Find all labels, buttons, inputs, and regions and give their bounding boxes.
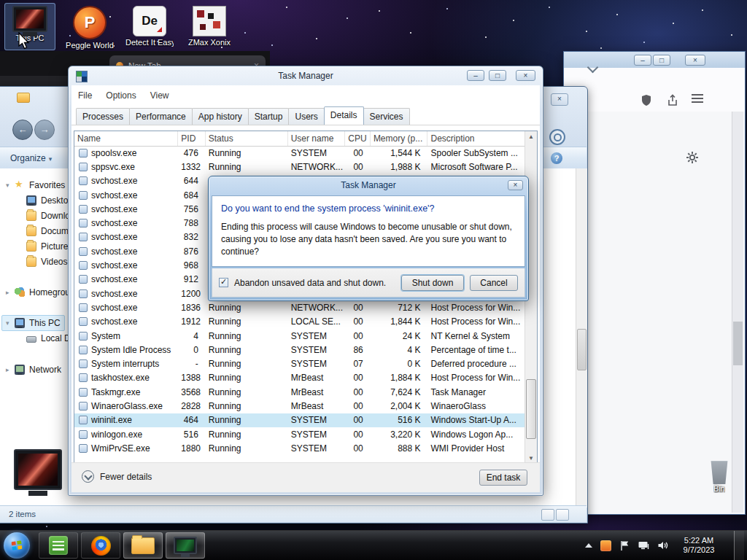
menu-options[interactable]: Options: [106, 90, 136, 101]
tab-services[interactable]: Services: [363, 108, 410, 125]
desktop-icon-this-pc[interactable]: This PC: [4, 3, 55, 50]
column-header[interactable]: Memory (p...: [371, 131, 428, 146]
tab-startup[interactable]: Startup: [248, 108, 290, 125]
process-row[interactable]: WmiPrvSE.exe1880RunningSYSTEM00888 KWMI …: [74, 441, 525, 455]
column-header[interactable]: Description: [427, 131, 525, 146]
close-button[interactable]: [551, 93, 568, 106]
close-button[interactable]: [516, 70, 535, 81]
column-header[interactable]: PID: [178, 131, 205, 146]
show-desktop-button[interactable]: [734, 531, 744, 560]
desktop-icon-peggle-world[interactable]: PPeggle World: [64, 3, 115, 50]
process-icon: [79, 359, 88, 368]
process-row[interactable]: winlogon.exe516RunningSYSTEM003,220 KWin…: [74, 427, 525, 441]
dialog-titlebar[interactable]: Task Manager: [209, 176, 528, 194]
expander-icon[interactable]: ▸: [6, 289, 13, 296]
taskbar-clock[interactable]: 5:22 AM 9/7/2023: [676, 536, 721, 555]
scrollbar[interactable]: [732, 112, 743, 513]
process-row[interactable]: sppsvc.exe1332RunningNETWORK...001,988 K…: [74, 160, 525, 174]
menu-view[interactable]: View: [150, 90, 169, 101]
scroll-up-icon[interactable]: [525, 131, 537, 142]
maximize-button[interactable]: [489, 70, 506, 81]
back-button[interactable]: [12, 120, 33, 140]
action-center-flag-icon[interactable]: [619, 540, 630, 551]
minimize-button[interactable]: [634, 55, 651, 66]
menu-file[interactable]: File: [78, 90, 92, 101]
process-row[interactable]: svchost.exe1836RunningNETWORK...00712 KH…: [74, 300, 525, 314]
sidebar-item-this-pc[interactable]: ▾This PC: [1, 315, 65, 331]
process-icon: [79, 430, 88, 439]
process-icon: [79, 176, 88, 185]
process-row[interactable]: taskhostex.exe1388RunningMrBeast001,884 …: [74, 371, 525, 385]
process-row[interactable]: wininit.exe464RunningSYSTEM00516 KWindow…: [74, 413, 525, 427]
process-cell: svchost.exe: [74, 303, 178, 313]
tab-performance[interactable]: Performance: [129, 108, 193, 125]
security-tray-icon[interactable]: [600, 540, 611, 551]
process-row[interactable]: WinaeroGlass.exe2828RunningMrBeast002,00…: [74, 399, 525, 413]
tab-details[interactable]: Details: [324, 106, 364, 125]
process-row[interactable]: spoolsv.exe476RunningSYSTEM001,544 KSpoo…: [74, 146, 525, 160]
process-icon: [79, 289, 88, 298]
file-explorer-icon: [131, 537, 155, 554]
process-row[interactable]: System Idle Process0RunningSYSTEM864 KPe…: [74, 343, 525, 357]
file-item-icon[interactable]: [14, 449, 62, 490]
desktop-icon-zmax-xonix[interactable]: ZMax Xonix: [184, 3, 235, 50]
sidebar-item-videos[interactable]: Videos: [13, 254, 71, 270]
sidebar-item-network[interactable]: ▸Network: [1, 362, 66, 378]
recycle-bin-icon-item[interactable]: Bin: [697, 461, 741, 509]
column-header[interactable]: Name: [74, 131, 178, 146]
close-button[interactable]: [685, 55, 705, 66]
volume-icon[interactable]: [657, 540, 668, 551]
titlebar[interactable]: Task Manager: [69, 66, 543, 85]
abandon-data-checkbox[interactable]: [219, 278, 228, 287]
desktop-icon-detect-it-easy[interactable]: DeDetect It Easy: [124, 3, 175, 50]
scrollbar-thumb[interactable]: [733, 322, 743, 365]
taskbar-button-firefox[interactable]: [81, 532, 120, 559]
process-row[interactable]: System4RunningSYSTEM0024 KNT Kernel & Sy…: [74, 329, 525, 343]
process-cell: Running: [206, 162, 288, 172]
fewer-details-button[interactable]: Fewer details: [82, 470, 152, 483]
column-header[interactable]: CPU: [345, 131, 371, 146]
expander-icon[interactable]: ▸: [6, 366, 13, 373]
tab-users[interactable]: Users: [288, 108, 324, 125]
organize-button[interactable]: Organize: [10, 153, 52, 163]
taskbar-button-task-manager[interactable]: [166, 532, 205, 559]
show-hidden-icons-icon[interactable]: [585, 543, 592, 548]
close-button[interactable]: [508, 180, 523, 190]
scrollbar-thumb[interactable]: [526, 379, 536, 439]
column-header[interactable]: User name: [288, 131, 346, 146]
process-cell: 876: [178, 246, 206, 257]
tab-app-history[interactable]: App history: [192, 108, 249, 125]
cancel-button[interactable]: Cancel: [470, 275, 518, 291]
scrollbar-thumb[interactable]: [577, 329, 587, 370]
network-icon[interactable]: [638, 540, 649, 551]
end-task-button[interactable]: End task: [479, 470, 527, 486]
process-row[interactable]: System interrupts-RunningSYSTEM070 KDefe…: [74, 357, 525, 370]
help-icon[interactable]: [551, 152, 562, 164]
menu-icon[interactable]: [692, 94, 703, 103]
column-header[interactable]: Status: [206, 131, 288, 146]
process-cell: 756: [178, 204, 206, 214]
start-button[interactable]: [4, 532, 30, 559]
search-icon[interactable]: [549, 129, 565, 145]
taskbar-button-file-explorer[interactable]: [123, 532, 163, 559]
scrollbar[interactable]: [576, 168, 587, 508]
taskbar-button-notes-app[interactable]: [39, 532, 78, 559]
process-name: svchost.exe: [91, 204, 137, 214]
tab-processes[interactable]: Processes: [76, 108, 130, 125]
dialog-title: Task Manager: [341, 180, 395, 190]
forward-button[interactable]: [34, 120, 55, 140]
minimize-button[interactable]: [467, 70, 484, 81]
view-toggle-buttons[interactable]: [541, 509, 569, 521]
process-row[interactable]: Taskmgr.exe3568RunningMrBeast007,624 KTa…: [74, 385, 525, 399]
share-icon[interactable]: [667, 94, 678, 106]
shield-icon[interactable]: [640, 94, 652, 106]
expander-icon[interactable]: ▾: [6, 182, 13, 189]
sidebar-item-favorites[interactable]: ▾Favorites: [1, 177, 69, 193]
process-row[interactable]: svchost.exe1912RunningLOCAL SE...001,844…: [74, 315, 525, 329]
shut-down-button[interactable]: Shut down: [401, 275, 464, 291]
process-cell: SYSTEM: [288, 443, 346, 454]
maximize-button[interactable]: [653, 55, 670, 66]
process-icon: [79, 261, 88, 270]
expander-icon[interactable]: ▾: [6, 319, 13, 327]
gear-icon[interactable]: [686, 152, 698, 163]
